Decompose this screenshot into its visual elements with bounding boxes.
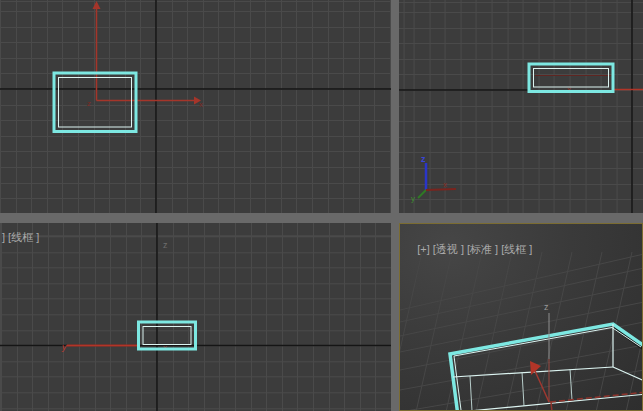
viewport-perspective[interactable]: [+][透视 ][标准 ][线框 ] xyxy=(399,223,643,411)
world-z-label: z xyxy=(163,240,168,250)
tripod-z-label: z xyxy=(421,154,426,164)
viewport-top-left-overlay: z x xyxy=(0,0,391,213)
rectangle-shape[interactable] xyxy=(54,73,136,132)
rectangle-selection-outline[interactable] xyxy=(54,73,136,132)
rectangle-shape[interactable] xyxy=(139,322,196,349)
viewport-menus: [+][透视 ][标准 ][线框 ] xyxy=(405,230,535,269)
tripod-stub-line xyxy=(551,402,552,410)
rectangle-wireframe xyxy=(59,78,132,128)
viewport-top-right[interactable]: x z y x xyxy=(399,0,643,213)
rectangle-wireframe xyxy=(534,69,609,88)
viewport-general-menu[interactable]: [+] xyxy=(417,243,430,255)
tripod-x-label: x xyxy=(199,100,203,109)
tripod-y-label: y xyxy=(411,194,415,203)
viewport-shading-menu[interactable]: ] [线框 ] xyxy=(2,230,39,245)
viewport-bottom-left-overlay: z y x xyxy=(0,223,391,411)
axis-tripod: z x xyxy=(87,1,203,109)
viewport-pov-menu[interactable]: [透视 ] xyxy=(433,243,464,255)
viewport-renderer-menu[interactable]: [标准 ] xyxy=(467,243,498,255)
tripod-z-label: z xyxy=(544,302,549,312)
tripod-y-axis-line xyxy=(418,190,426,198)
viewport-top-right-overlay: x z y x xyxy=(399,0,643,213)
tripod-x-label: x xyxy=(443,180,447,189)
world-axis-tripod-icon: z y x xyxy=(411,154,456,203)
home-grid xyxy=(400,252,642,410)
tripod-x-axis-line xyxy=(426,189,456,190)
viewport-bottom-left[interactable]: ] [线框 ] z y x xyxy=(0,223,391,411)
rectangle-wireframe xyxy=(143,327,191,345)
viewport-top-left[interactable]: z x xyxy=(0,0,391,213)
rectangle-shape[interactable] xyxy=(529,64,613,92)
tripod-y-label: y xyxy=(61,342,67,352)
tripod-z-label: z xyxy=(87,99,91,108)
viewport-shading-menu[interactable]: [线框 ] xyxy=(501,243,532,255)
box-edge-shadow xyxy=(614,327,642,351)
tripod-y-arrowhead-icon xyxy=(93,1,101,9)
